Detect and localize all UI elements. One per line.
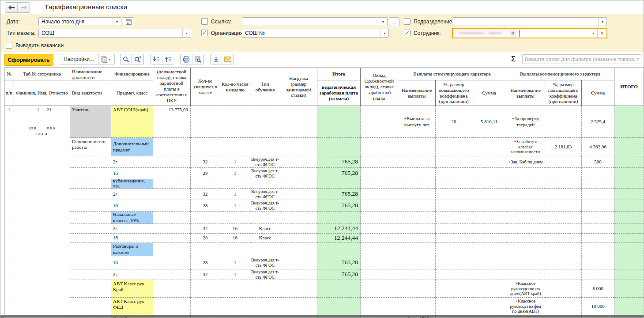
header-cell[interactable]: Фамилия, Имя, Отчество (14, 80, 70, 106)
table-cell[interactable]: 5 816,11 (472, 106, 506, 138)
table-cell[interactable] (220, 106, 250, 138)
table-cell[interactable] (317, 138, 361, 156)
collapse-groups-button[interactable] (162, 54, 174, 64)
table-cell[interactable] (398, 280, 436, 298)
table-cell[interactable] (436, 224, 472, 234)
table-cell[interactable] (250, 298, 280, 315)
table-cell[interactable]: 765,28 (317, 200, 361, 212)
table-cell[interactable]: 2г (111, 156, 153, 168)
header-cell[interactable]: Наименование должности (70, 68, 111, 80)
table-cell[interactable] (153, 156, 191, 168)
table-cell[interactable]: Класс (250, 224, 280, 234)
table-cell[interactable]: 4 362,06 (582, 138, 614, 156)
table-cell[interactable]: 2 525,4 (582, 106, 614, 138)
table-cell[interactable] (398, 200, 436, 212)
table-cell[interactable] (70, 224, 111, 234)
table-cell[interactable] (220, 179, 250, 189)
settings-button[interactable]: Настройки... (59, 54, 98, 64)
table-cell[interactable] (436, 212, 472, 224)
department-combo[interactable] (452, 17, 607, 26)
table-cell[interactable] (472, 280, 506, 298)
table-cell[interactable] (220, 298, 250, 315)
forward-button[interactable] (17, 3, 30, 12)
header-cell[interactable]: Таб.№ сотрудника (14, 68, 70, 80)
table-cell[interactable] (545, 234, 582, 243)
generate-button[interactable]: Сформировать (4, 54, 53, 66)
table-cell[interactable] (70, 200, 111, 212)
header-cell[interactable]: Выплаты стимулирующего характера (398, 68, 506, 80)
department-checkbox[interactable] (404, 18, 411, 25)
table-cell[interactable] (280, 298, 317, 315)
table-cell[interactable] (506, 179, 545, 189)
table-cell[interactable] (614, 256, 644, 269)
table-cell[interactable] (398, 212, 436, 224)
table-cell[interactable] (506, 243, 545, 256)
table-cell[interactable]: 765,28 (317, 256, 361, 269)
table-cell[interactable] (153, 224, 191, 234)
table-cell[interactable] (317, 280, 361, 298)
table-cell[interactable] (582, 243, 614, 256)
table-cell[interactable] (153, 269, 191, 280)
table-cell[interactable]: 2 181,03 (545, 138, 582, 156)
table-cell[interactable] (545, 298, 582, 315)
table-cell[interactable] (472, 234, 506, 243)
table-cell[interactable] (472, 212, 506, 224)
table-cell[interactable] (506, 234, 545, 243)
table-cell[interactable]: АВТ Класс рук ФЕД (111, 298, 153, 315)
organization-checkbox[interactable]: ✓ (201, 30, 208, 36)
table-cell[interactable]: 32 (191, 156, 220, 168)
table-cell[interactable] (506, 212, 545, 224)
dropdown-arrow-icon[interactable] (182, 29, 191, 37)
table-cell[interactable] (398, 156, 436, 168)
table-cell[interactable] (545, 106, 582, 138)
table-cell[interactable]: 16 (220, 234, 250, 243)
table-cell[interactable]: 1б (111, 234, 153, 243)
table-cell[interactable] (545, 280, 582, 298)
table-cell[interactable] (220, 243, 250, 256)
table-cell[interactable]: 32 (191, 224, 220, 234)
table-cell[interactable] (70, 298, 111, 315)
table-cell[interactable] (582, 212, 614, 224)
table-cell[interactable] (398, 234, 436, 243)
table-cell[interactable] (361, 168, 398, 179)
table-cell[interactable] (361, 200, 398, 212)
table-cell[interactable] (582, 200, 614, 212)
table-cell[interactable] (317, 106, 361, 138)
table-cell[interactable]: 1 (220, 189, 250, 200)
table-cell[interactable]: 1б (111, 200, 153, 212)
table-cell[interactable] (70, 179, 111, 189)
table-cell[interactable]: 1 (220, 269, 250, 280)
table-cell[interactable] (506, 200, 545, 212)
table-cell[interactable] (361, 138, 398, 156)
table-cell[interactable] (545, 269, 582, 280)
dropdown-arrow-icon[interactable] (598, 18, 606, 26)
table-cell[interactable] (436, 156, 472, 168)
table-cell[interactable] (361, 106, 398, 138)
header-cell[interactable]: (должностной оклад), ставка заработной п… (153, 68, 191, 106)
table-cell[interactable] (250, 243, 280, 256)
reset-search-button[interactable] (132, 54, 143, 64)
table-cell[interactable]: Внеуроч.дея т-сть ФГОС (250, 189, 280, 200)
table-cell[interactable]: 765,28 (317, 168, 361, 179)
table-cell[interactable] (153, 200, 191, 212)
table-cell[interactable] (280, 224, 317, 234)
table-cell[interactable] (280, 168, 317, 179)
table-cell[interactable]: Внеуроч.дея т-сть ФГОС (250, 256, 280, 269)
header-cell[interactable]: Кол-во часов в неделю (220, 68, 250, 106)
header-cell[interactable]: Сумма (472, 80, 506, 106)
table-cell[interactable] (582, 179, 614, 189)
table-cell[interactable] (582, 224, 614, 234)
table-cell[interactable] (545, 212, 582, 224)
table-cell[interactable] (317, 298, 361, 315)
header-cell[interactable]: Оклад (должностной оклад), ставка зарабо… (361, 68, 398, 106)
table-cell[interactable] (614, 179, 644, 189)
table-cell[interactable]: Разговоры о важном (111, 243, 153, 256)
table-cell[interactable] (614, 106, 644, 138)
table-cell[interactable] (280, 138, 317, 156)
header-cell[interactable]: Выплаты компенсационного характера (506, 68, 614, 80)
header-cell[interactable]: Вид занятости (70, 80, 111, 106)
table-cell[interactable] (361, 224, 398, 234)
table-cell[interactable] (582, 168, 614, 179)
table-cell[interactable] (361, 269, 398, 280)
table-cell[interactable] (361, 212, 398, 224)
